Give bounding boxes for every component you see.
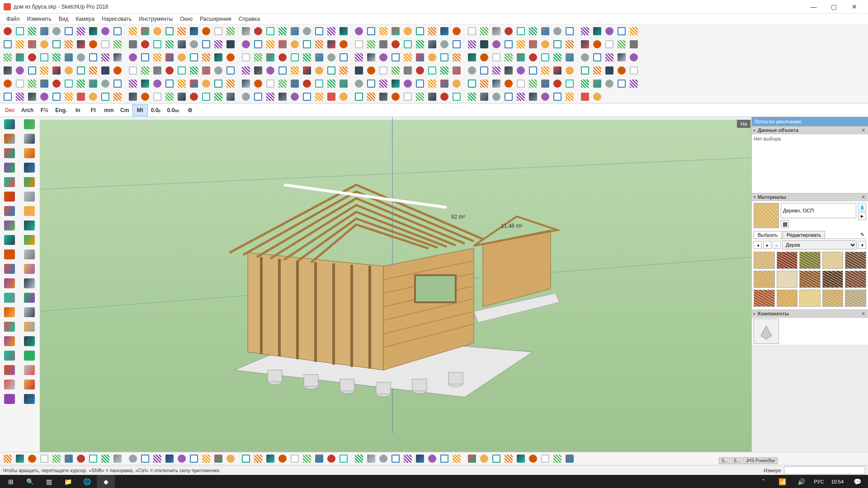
menu-окно[interactable]: Окно (176, 14, 196, 23)
toolbar-button[interactable] (289, 52, 301, 63)
toolbar-button[interactable] (616, 38, 627, 50)
toolbar-button[interactable] (326, 78, 337, 89)
menu-справка[interactable]: Справка (235, 14, 264, 23)
side-tool-button[interactable] (20, 363, 38, 377)
toolbar-button[interactable] (628, 78, 640, 89)
toolbar-button[interactable] (225, 91, 236, 103)
toolbar-button[interactable] (188, 52, 200, 63)
toolbar-button[interactable] (240, 78, 252, 89)
side-tool-button[interactable] (20, 233, 38, 247)
toolbar-button[interactable] (616, 52, 627, 63)
toolbar-button[interactable] (127, 38, 139, 50)
toolbar-button[interactable] (264, 78, 276, 89)
toolbar-button[interactable] (176, 78, 188, 89)
toolbar-button[interactable] (451, 65, 462, 76)
toolbar-button[interactable] (426, 78, 438, 89)
toolbar-button[interactable] (14, 38, 26, 50)
toolbar-button[interactable] (289, 91, 301, 103)
toolbar-button[interactable] (75, 78, 87, 89)
toolbar-button[interactable] (527, 52, 539, 63)
toolbar-button[interactable] (591, 25, 603, 37)
toolbar-button[interactable] (439, 52, 450, 63)
toolbar-button[interactable] (478, 453, 490, 465)
toolbar-button[interactable] (240, 38, 252, 50)
toolbar-button[interactable] (426, 65, 438, 76)
toolbar-button[interactable] (515, 91, 527, 103)
toolbar-button[interactable] (353, 78, 365, 89)
toolbar-button[interactable] (301, 25, 313, 37)
toolbar-button[interactable] (38, 65, 50, 76)
side-tool-button[interactable] (0, 146, 19, 160)
toolbar-button[interactable] (414, 52, 426, 63)
toolbar-button[interactable] (51, 25, 62, 37)
toolbar-button[interactable] (289, 453, 301, 465)
menu-изменить[interactable]: Изменить (24, 14, 55, 23)
toolbar-button[interactable] (466, 52, 478, 63)
toolbar-button[interactable] (139, 453, 151, 465)
toolbar-button[interactable] (75, 25, 87, 37)
toolbar-button[interactable] (212, 78, 224, 89)
toolbar-button[interactable] (377, 91, 389, 103)
toolbar-button[interactable] (139, 38, 151, 50)
toolbar-button[interactable] (289, 65, 301, 76)
toolbar-button[interactable] (301, 38, 313, 50)
side-tool-button[interactable] (20, 349, 38, 362)
toolbar-button[interactable] (264, 65, 276, 76)
toolbar-button[interactable] (2, 78, 14, 89)
material-swatch[interactable] (822, 290, 844, 307)
menu-нарисовать[interactable]: Нарисовать (98, 14, 135, 23)
toolbar-button[interactable] (200, 78, 212, 89)
toolbar-button[interactable] (188, 453, 200, 465)
toolbar-button[interactable] (63, 78, 75, 89)
toolbar-button[interactable] (466, 91, 478, 103)
toolbar-button[interactable] (402, 52, 414, 63)
toolbar-button[interactable] (301, 52, 313, 63)
toolbar-button[interactable] (200, 453, 212, 465)
toolbar-button[interactable] (240, 25, 252, 37)
toolbar-button[interactable] (466, 78, 478, 89)
side-tool-button[interactable] (20, 117, 38, 131)
toolbar-button[interactable] (252, 453, 264, 465)
toolbar-button[interactable] (515, 38, 527, 50)
unit-cm[interactable]: Cm (117, 104, 132, 116)
toolbar-button[interactable] (38, 78, 50, 89)
toolbar-button[interactable] (188, 38, 200, 50)
toolbar-button[interactable] (591, 65, 603, 76)
toolbar-button[interactable] (188, 25, 200, 37)
material-swatch[interactable] (845, 252, 866, 269)
toolbar-button[interactable] (338, 65, 349, 76)
toolbar-button[interactable] (225, 453, 236, 465)
toolbar-button[interactable] (527, 78, 539, 89)
toolbar-button[interactable] (252, 38, 264, 50)
toolbar-button[interactable] (38, 453, 50, 465)
toolbar-button[interactable] (38, 52, 50, 63)
toolbar-button[interactable] (99, 38, 111, 50)
toolbar-button[interactable] (212, 38, 224, 50)
side-tool-button[interactable] (20, 175, 38, 189)
toolbar-button[interactable] (326, 453, 337, 465)
toolbar-button[interactable] (426, 52, 438, 63)
side-tool-button[interactable] (0, 161, 19, 174)
toolbar-button[interactable] (628, 65, 640, 76)
side-tool-button[interactable] (20, 334, 38, 348)
toolbar-button[interactable] (402, 91, 414, 103)
toolbar-button[interactable] (176, 65, 188, 76)
side-tool-button[interactable] (0, 132, 19, 145)
panel-close-icon[interactable]: ✕ (860, 194, 866, 200)
toolbar-button[interactable] (338, 91, 349, 103)
toolbar-button[interactable] (539, 453, 551, 465)
toolbar-button[interactable] (491, 25, 502, 37)
toolbar-button[interactable] (353, 91, 365, 103)
toolbar-button[interactable] (26, 78, 38, 89)
toolbar-button[interactable] (14, 78, 26, 89)
toolbar-button[interactable] (515, 25, 527, 37)
sketchup-taskbar-icon[interactable]: ◆ (97, 475, 115, 488)
task-view-icon[interactable]: ▥ (40, 475, 58, 488)
side-tool-button[interactable] (0, 204, 19, 218)
side-tool-button[interactable] (20, 248, 38, 261)
panel-head-materials[interactable]: ▾ Материалы ✕ (752, 193, 868, 201)
toolbar-button[interactable] (527, 38, 539, 50)
side-tool-button[interactable] (20, 291, 38, 305)
material-swatch[interactable] (822, 252, 844, 269)
toolbar-button[interactable] (503, 65, 514, 76)
